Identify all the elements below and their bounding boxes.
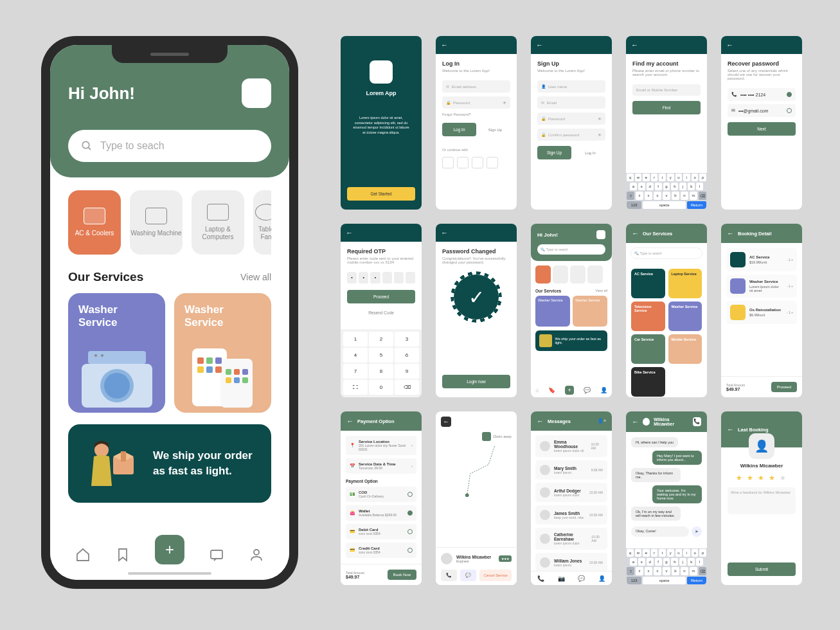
svg-rect-18 (242, 369, 248, 375)
tab-add-button[interactable]: + (155, 535, 184, 564)
fan-icon (255, 204, 271, 221)
success-check-icon: ✓ (454, 274, 499, 320)
proceed-button[interactable]: Proceed (771, 382, 797, 392)
category-list[interactable]: AC & Coolers Washing Machine Laptop & Co… (68, 190, 271, 255)
keyboard[interactable]: qwertyuiop asdfghjkl ⇧zxcvbnm⌫ 123spaceR… (626, 548, 707, 585)
screen-home-mini[interactable]: Hi John! 🔍 Type to seach Our ServicesVie… (531, 224, 612, 397)
email-input[interactable]: ✉Email (537, 96, 605, 109)
find-button[interactable]: Find (632, 101, 701, 114)
screen-tracking[interactable]: ← 15min away Wilkins MicawberEngineer★★★… (436, 411, 517, 585)
confirm-password-input[interactable]: 🔒Confirm password👁 (537, 129, 605, 141)
laptop-icon (207, 204, 229, 221)
back-icon[interactable]: ← (727, 230, 734, 237)
tab-bookmark[interactable] (115, 547, 130, 565)
tab-profile[interactable] (249, 547, 264, 565)
screen-password-changed[interactable]: ← Password Changed Congratulations!! You… (436, 224, 517, 397)
category-ac-coolers[interactable]: AC & Coolers (68, 190, 121, 255)
svg-rect-13 (197, 366, 204, 373)
find-input[interactable]: Email or Mobile Number (632, 84, 701, 96)
back-icon[interactable]: ← (346, 229, 353, 237)
signup-link[interactable]: Sign Up (480, 128, 510, 132)
forgot-password-link[interactable]: Forgot Password? (442, 113, 510, 116)
back-icon[interactable]: ← (536, 41, 543, 49)
login-link[interactable]: Log In (575, 151, 605, 155)
numpad[interactable]: 123456789⛶0⌫ (341, 329, 422, 397)
category-laptop-computers[interactable]: Laptop & Computers (192, 190, 244, 255)
back-icon[interactable]: ← (726, 41, 733, 49)
screen-recover-password[interactable]: ← Recover password Select one of any cre… (721, 36, 802, 210)
email-input[interactable]: ✉Email address (442, 80, 510, 93)
thumbnails-grid: Lorem App Lorem ipsum dolor sit amet, co… (341, 36, 802, 585)
avatar-button[interactable] (242, 78, 271, 108)
search-input[interactable]: Type to seach (68, 130, 271, 162)
get-started-button[interactable]: Get Started (347, 187, 415, 201)
book-now-button[interactable]: Book Now (388, 570, 416, 580)
add-contact-icon[interactable]: 👤+ (598, 419, 606, 424)
otp-inputs[interactable]: ••• (347, 272, 415, 284)
message-input[interactable]: Okay, Come!➤ (631, 526, 702, 537)
service-card-washer-1[interactable]: Washer Service (68, 293, 165, 413)
category-table-fan[interactable]: Table Fan (253, 190, 271, 255)
washer-illustration (73, 346, 160, 408)
proceed-button[interactable]: Proceed (347, 290, 415, 303)
screen-our-services[interactable]: ←Our Services 🔍 Type to seach AC Service… (626, 224, 707, 397)
message-button[interactable]: 💬 (460, 570, 476, 581)
username-input[interactable]: 👤User name (537, 80, 605, 93)
screen-otp[interactable]: ← Required OTP Pleass enter code sent to… (341, 224, 422, 397)
service-card-washer-2[interactable]: Washer Service (174, 293, 271, 413)
category-washing-machine[interactable]: Washing Machine (130, 190, 183, 255)
back-icon[interactable]: ← (632, 418, 639, 426)
back-icon[interactable]: ← (537, 417, 544, 425)
screen-find-account[interactable]: ← Find my account Please enter email or … (626, 36, 707, 210)
home-header: Hi John! Type to seach (50, 45, 289, 177)
back-icon[interactable]: ← (441, 229, 448, 237)
keyboard[interactable]: qwertyuiop asdfghjkl ⇧zxcvbnm⌫ 123spaceR… (626, 173, 707, 210)
calendar-icon: 📅 (350, 464, 355, 469)
resend-code-link[interactable]: Resend Code (347, 306, 415, 320)
screen-login[interactable]: ← Log In Welcome to the Lorem App! ✉Emai… (436, 36, 517, 210)
screen-booking-detail[interactable]: ←Booking Detail AC Service$19.99/unit- 1… (721, 224, 802, 397)
screen-feedback[interactable]: ←Last Booking 👤 Wilkins Micawber ★ ★ ★ ★… (721, 411, 802, 585)
login-button[interactable]: Log In (442, 123, 476, 136)
signup-button[interactable]: Sign Up (537, 146, 571, 159)
screen-payment[interactable]: ←Payment Option 📍Service Location201 Lor… (341, 411, 422, 585)
phones-illustration (179, 346, 266, 408)
tab-chat[interactable] (209, 547, 224, 565)
view-all-link[interactable]: View all (240, 272, 271, 282)
screen-chat[interactable]: ←Wilkins Micawber📞 Hi, where can I help … (626, 411, 707, 585)
cancel-service-button[interactable]: Cancel Service (479, 570, 512, 581)
rating-stars[interactable]: ★ ★ ★ ★ ★ (721, 474, 802, 482)
back-icon[interactable]: ← (727, 426, 734, 433)
app-logo (370, 60, 393, 84)
recover-option-email[interactable]: ✉•••@gmail.com (728, 104, 796, 117)
back-icon[interactable]: ← (441, 41, 448, 49)
service-cards-row: Washer Service Washer Service (68, 293, 271, 413)
screen-splash[interactable]: Lorem App Lorem ipsum dolor sit amet, co… (341, 36, 422, 210)
back-icon[interactable]: ← (631, 41, 638, 49)
services-heading: Our Services (68, 270, 143, 284)
back-icon[interactable]: ← (632, 230, 639, 237)
password-input[interactable]: 🔒Password👁 (537, 113, 605, 125)
shipping-banner[interactable]: We ship your order as fast as light. (68, 424, 271, 503)
delivery-illustration (85, 438, 141, 489)
submit-button[interactable]: Submit (728, 562, 796, 576)
send-icon[interactable]: ➤ (692, 526, 702, 537)
call-button[interactable]: 📞 (441, 570, 457, 581)
screen-messages[interactable]: ←Messages👤+ Emma Woodhouselorem ipsum do… (531, 411, 612, 585)
login-now-button[interactable]: Login now (442, 375, 510, 388)
recover-option-phone[interactable]: 📞•••• •••• 2124 (728, 88, 796, 101)
tab-home[interactable] (75, 547, 91, 565)
greeting-text: Hi John! (68, 84, 135, 104)
screen-signup[interactable]: ← Sign Up Welcome to the Lorem App! 👤Use… (531, 36, 612, 210)
back-icon[interactable]: ← (346, 417, 353, 425)
password-input[interactable]: 🔒Password👁 (442, 96, 510, 109)
provider-avatar: 👤 (749, 433, 774, 459)
phone-mockup: Hi John! Type to seach AC & Coolers Wash… (41, 36, 298, 589)
back-icon[interactable]: ← (441, 417, 451, 427)
call-icon[interactable]: 📞 (693, 417, 701, 426)
feedback-input[interactable]: Write a feedback for Wilkins Micawber (728, 487, 796, 514)
next-button[interactable]: Next (728, 122, 796, 136)
svg-rect-2 (88, 351, 146, 364)
app-name: Lorem App (352, 90, 410, 96)
svg-point-7 (101, 354, 103, 357)
